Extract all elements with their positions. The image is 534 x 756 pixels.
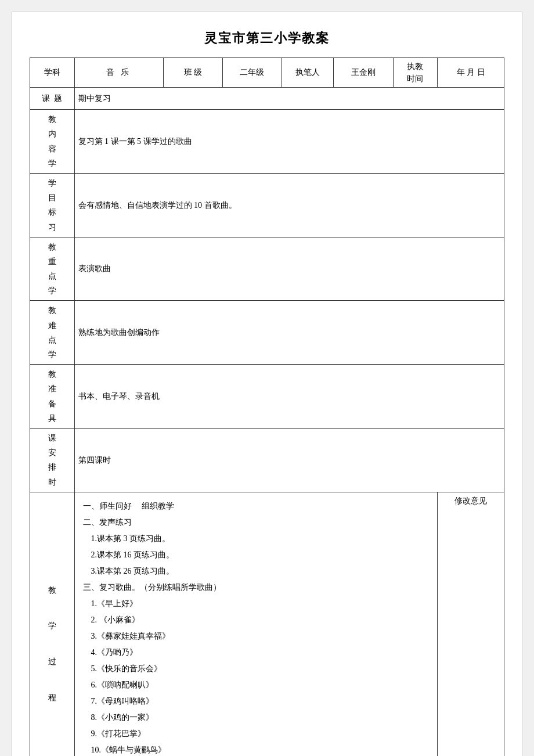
difficulty-row: 教难点学 熟练地为歌曲创编动作 [30, 301, 504, 365]
main-table: 学科 音 乐 班 级 二年级 执笔人 王金刚 执教时间 年 月 日 课 题 期中… [30, 57, 504, 756]
tools-label: 教准备具 [30, 365, 75, 429]
keti-content: 期中复习 [74, 88, 504, 110]
tools-content: 书本、电子琴、录音机 [74, 365, 504, 429]
keti-row: 课 题 期中复习 [30, 88, 504, 110]
process-label: 教学过程 [30, 492, 75, 756]
class-label: 班 级 [163, 58, 222, 88]
difficulty-label: 教难点学 [30, 301, 75, 365]
keti-label: 课 题 [30, 88, 75, 110]
page-title: 灵宝市第三小学教案 [30, 30, 504, 47]
class-value: 二年级 [222, 58, 282, 88]
date-label: 年 月 日 [438, 58, 504, 88]
goal-row: 学目标习 会有感情地、自信地表演学过的 10 首歌曲。 [30, 173, 504, 237]
key-content: 表演歌曲 [74, 237, 504, 301]
key-row: 教重点学 表演歌曲 [30, 237, 504, 301]
author-value: 王金刚 [334, 58, 393, 88]
time-row: 课安排时 第四课时 [30, 428, 504, 492]
content-row: 教内容学 复习第 1 课一第 5 课学过的歌曲 [30, 110, 504, 174]
process-row: 教学过程 一、师生问好 组织教学 二、发声练习 1.课本第 3 页练习曲。 2.… [30, 492, 504, 756]
page: 灵宝市第三小学教案 学科 音 乐 班 级 二年级 执笔人 王金刚 执教时间 年 … [12, 12, 522, 756]
side-note: 修改意见 [438, 492, 504, 756]
time-label: 执教时间 [393, 58, 438, 88]
author-label: 执笔人 [282, 58, 334, 88]
subject-label: 学科 [30, 58, 75, 88]
subject-value: 音 乐 [74, 58, 163, 88]
goal-label: 学目标习 [30, 173, 75, 237]
header-row: 学科 音 乐 班 级 二年级 执笔人 王金刚 执教时间 年 月 日 [30, 58, 504, 88]
content-value: 复习第 1 课一第 5 课学过的歌曲 [74, 110, 504, 174]
key-label: 教重点学 [30, 237, 75, 301]
tools-row: 教准备具 书本、电子琴、录音机 [30, 365, 504, 429]
time-row-content: 第四课时 [74, 428, 504, 492]
difficulty-content: 熟练地为歌曲创编动作 [74, 301, 504, 365]
content-label: 教内容学 [30, 110, 75, 174]
goal-content: 会有感情地、自信地表演学过的 10 首歌曲。 [74, 173, 504, 237]
time-row-label: 课安排时 [30, 428, 75, 492]
process-content: 一、师生问好 组织教学 二、发声练习 1.课本第 3 页练习曲。 2.课本第 1… [74, 492, 438, 756]
